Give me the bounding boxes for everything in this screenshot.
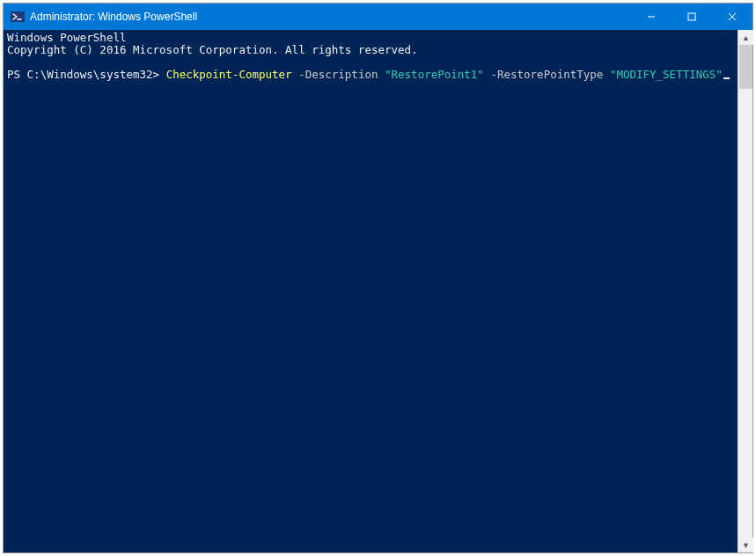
scroll-thumb[interactable] — [739, 45, 752, 89]
banner-line-2: Copyright (C) 2016 Microsoft Corporation… — [7, 43, 418, 56]
prompt-line: PS C:\Windows\system32> Checkpoint-Compu… — [7, 68, 730, 81]
svg-rect-0 — [11, 11, 25, 22]
scroll-down-button[interactable]: ▼ — [738, 538, 753, 552]
close-button[interactable] — [712, 4, 752, 30]
powershell-icon — [11, 10, 25, 24]
maximize-button[interactable] — [672, 4, 712, 30]
param-restorepointtype: -RestorePointType — [490, 68, 603, 81]
console-output[interactable]: Windows PowerShell Copyright (C) 2016 Mi… — [4, 30, 738, 552]
client-area: Windows PowerShell Copyright (C) 2016 Mi… — [4, 30, 752, 552]
prompt-text: PS C:\Windows\system32> — [7, 68, 166, 81]
arg-restorepointtype: "MODIFY_SETTINGS" — [610, 68, 723, 81]
cmdlet-token: Checkpoint-Computer — [166, 68, 292, 81]
arg-description: "RestorePoint1" — [385, 68, 484, 81]
minimize-button[interactable] — [631, 4, 672, 30]
param-description: -Description — [298, 68, 378, 81]
window-chrome: Administrator: Windows PowerShell Window… — [3, 3, 753, 553]
chevron-up-icon: ▲ — [742, 33, 750, 42]
vertical-scrollbar[interactable]: ▲ ▼ — [738, 30, 752, 552]
svg-rect-3 — [688, 13, 695, 20]
scroll-up-button[interactable]: ▲ — [738, 30, 753, 45]
titlebar[interactable]: Administrator: Windows PowerShell — [4, 4, 752, 30]
chevron-down-icon: ▼ — [742, 541, 750, 550]
cursor — [723, 77, 730, 79]
window-title: Administrator: Windows PowerShell — [30, 11, 197, 23]
banner-line-1: Windows PowerShell — [7, 31, 126, 44]
